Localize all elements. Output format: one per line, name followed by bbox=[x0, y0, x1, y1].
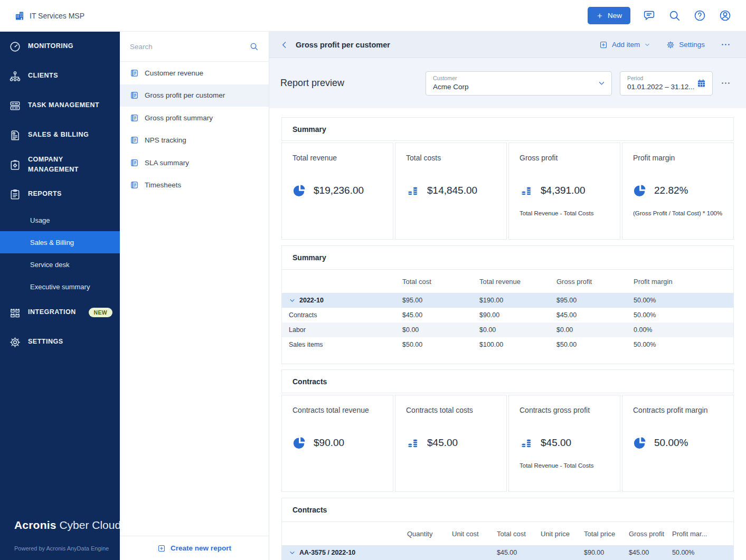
table-row[interactable]: AA-3575 / 2022-10 $45.00 $90.00 $45.00 5… bbox=[282, 545, 733, 560]
settings-button[interactable]: Settings bbox=[666, 41, 705, 49]
sidebar-subitem-label: Usage bbox=[30, 216, 50, 224]
report-doc-icon bbox=[130, 69, 139, 78]
column-header: Profit margin bbox=[634, 278, 733, 286]
cell: $100.00 bbox=[479, 341, 556, 348]
cell: 50.00% bbox=[672, 549, 733, 556]
sidebar-item-reports[interactable]: REPORTS bbox=[0, 179, 120, 209]
table-row[interactable]: Sales items $50.00 $100.00 $50.00 50.00% bbox=[282, 337, 733, 352]
kanban-icon bbox=[9, 100, 21, 112]
search-icon[interactable] bbox=[249, 42, 259, 51]
clipboard-list-icon bbox=[9, 188, 21, 201]
cell: $90.00 bbox=[479, 311, 556, 319]
stat-card-label: Contracts total costs bbox=[406, 406, 496, 414]
column-header: Unit price bbox=[541, 530, 584, 538]
account-icon[interactable] bbox=[719, 9, 732, 22]
report-list-item-gross-profit-per-customer[interactable]: Gross profit per customer bbox=[120, 84, 269, 107]
sidebar-item-company-management[interactable]: COMPANY MANAGEMENT bbox=[0, 150, 120, 179]
column-header: Gross profit bbox=[629, 530, 672, 538]
sidebar-item-settings[interactable]: SETTINGS bbox=[0, 327, 120, 357]
create-new-report-button[interactable]: Create new report bbox=[157, 544, 231, 553]
search-icon[interactable] bbox=[668, 9, 681, 22]
table-row[interactable]: Contracts $45.00 $90.00 $45.00 50.00% bbox=[282, 308, 733, 322]
top-bar: IT Services MSP New bbox=[0, 0, 746, 32]
stat-card-label: Gross profit bbox=[520, 154, 609, 162]
create-new-report-label: Create new report bbox=[171, 544, 231, 552]
report-content: Summary Total revenue $19,236.00 Total c… bbox=[269, 108, 746, 560]
chevron-down-icon bbox=[598, 79, 606, 87]
report-list-item-sla-summary[interactable]: SLA summary bbox=[120, 151, 269, 174]
sidebar-item-label: SETTINGS bbox=[28, 337, 63, 347]
row-label: Contracts bbox=[289, 311, 317, 319]
column-header: Total revenue bbox=[479, 278, 556, 286]
customer-select[interactable]: Customer Acme Corp bbox=[426, 71, 612, 96]
new-badge: NEW bbox=[89, 308, 112, 317]
topbar-actions: New bbox=[588, 7, 732, 24]
column-header: Gross profit bbox=[556, 278, 634, 286]
sidebar-item-monitoring[interactable]: MONITORING bbox=[0, 32, 120, 61]
tenant-name: IT Services MSP bbox=[30, 12, 84, 20]
new-button[interactable]: New bbox=[588, 7, 630, 24]
stat-card-total-costs: Total costs $14,845.00 bbox=[395, 143, 507, 240]
sidebar-subitem-usage[interactable]: Usage bbox=[0, 209, 120, 231]
sidebar-item-task-management[interactable]: TASK MANAGEMENT bbox=[0, 91, 120, 120]
cell: 0.00% bbox=[634, 326, 733, 334]
pie-chart-icon bbox=[633, 183, 647, 197]
report-doc-icon bbox=[130, 113, 139, 122]
coins-icon bbox=[406, 183, 420, 197]
sidebar-subitem-service-desk[interactable]: Service desk bbox=[0, 253, 120, 276]
tenant-selector[interactable]: IT Services MSP bbox=[14, 11, 84, 21]
chat-icon[interactable] bbox=[643, 9, 656, 22]
sidebar-subitem-executive-summary[interactable]: Executive summary bbox=[0, 276, 120, 298]
pie-chart-icon bbox=[292, 183, 307, 197]
report-doc-icon bbox=[130, 91, 139, 100]
section-title-text: Summary bbox=[292, 125, 326, 134]
cell: $45.00 bbox=[629, 549, 672, 556]
summary-cards-section: Summary Total revenue $19,236.00 Total c… bbox=[281, 117, 734, 240]
cell: $90.00 bbox=[584, 549, 629, 556]
stat-card-note: Total Revenue - Total Costs bbox=[520, 210, 609, 216]
stat-card-value: $90.00 bbox=[314, 437, 344, 449]
search-input[interactable] bbox=[130, 43, 249, 51]
report-list-item-customer-revenue[interactable]: Customer revenue bbox=[120, 62, 269, 84]
row-label: AA-3575 / 2022-10 bbox=[299, 549, 355, 556]
org-chart-icon bbox=[9, 70, 21, 82]
calendar-icon[interactable] bbox=[696, 78, 706, 88]
report-list-item-nps-tracking[interactable]: NPS tracking bbox=[120, 129, 269, 152]
coins-icon bbox=[520, 435, 534, 450]
main-area: Gross profit per customer Add item Setti… bbox=[269, 32, 746, 560]
column-header: Profit mar... bbox=[672, 530, 733, 538]
sidebar-item-sales-billing[interactable]: SALES & BILLING bbox=[0, 120, 120, 150]
pie-chart-icon bbox=[292, 435, 307, 450]
report-list-item-gross-profit-summary[interactable]: Gross profit summary bbox=[120, 107, 269, 129]
period-field-label: Period bbox=[627, 75, 694, 81]
add-item-button[interactable]: Add item bbox=[599, 41, 650, 49]
report-list-item-timesheets[interactable]: Timesheets bbox=[120, 174, 269, 197]
customer-select-value: Acme Corp bbox=[433, 83, 593, 91]
coins-icon bbox=[406, 435, 420, 450]
modules-icon bbox=[9, 307, 21, 319]
collapse-chevron-icon[interactable] bbox=[289, 549, 296, 556]
report-list: Customer revenue Gross profit per custom… bbox=[120, 62, 269, 196]
sidebar-item-label: COMPANY MANAGEMENT bbox=[28, 155, 97, 175]
preview-more-options-icon[interactable] bbox=[721, 78, 731, 88]
more-options-icon[interactable] bbox=[721, 40, 731, 50]
period-field[interactable]: Period 01.01.2022 – 31.12... bbox=[620, 71, 713, 96]
back-icon[interactable] bbox=[280, 41, 289, 49]
cell: $95.00 bbox=[402, 297, 479, 304]
section-title-text: Summary bbox=[292, 253, 326, 262]
stat-card-total-revenue: Total revenue $19,236.00 bbox=[281, 143, 393, 240]
summary-cards-grid: Total revenue $19,236.00 Total costs $14… bbox=[281, 143, 734, 240]
table-row[interactable]: 2022-10 $95.00 $190.00 $95.00 50.00% bbox=[282, 293, 733, 308]
sidebar-item-integration[interactable]: INTEGRATION NEW bbox=[0, 298, 120, 327]
sidebar-item-clients[interactable]: CLIENTS bbox=[0, 61, 120, 91]
stat-card-contracts-total-revenue: Contracts total revenue $90.00 bbox=[281, 395, 393, 492]
collapse-chevron-icon[interactable] bbox=[289, 297, 296, 304]
stat-card-contracts-profit-margin: Contracts profit margin 50.00% bbox=[622, 395, 734, 492]
help-icon[interactable] bbox=[693, 9, 706, 22]
table-row[interactable]: Labor $0.00 $0.00 $0.00 0.00% bbox=[282, 322, 733, 337]
gear-icon bbox=[666, 41, 675, 49]
stat-card-value: $14,845.00 bbox=[427, 185, 477, 196]
sidebar-subitem-sales-billing[interactable]: Sales & Billing bbox=[0, 231, 120, 253]
sidebar-item-label: REPORTS bbox=[28, 189, 62, 199]
column-header: Unit cost bbox=[452, 530, 497, 538]
